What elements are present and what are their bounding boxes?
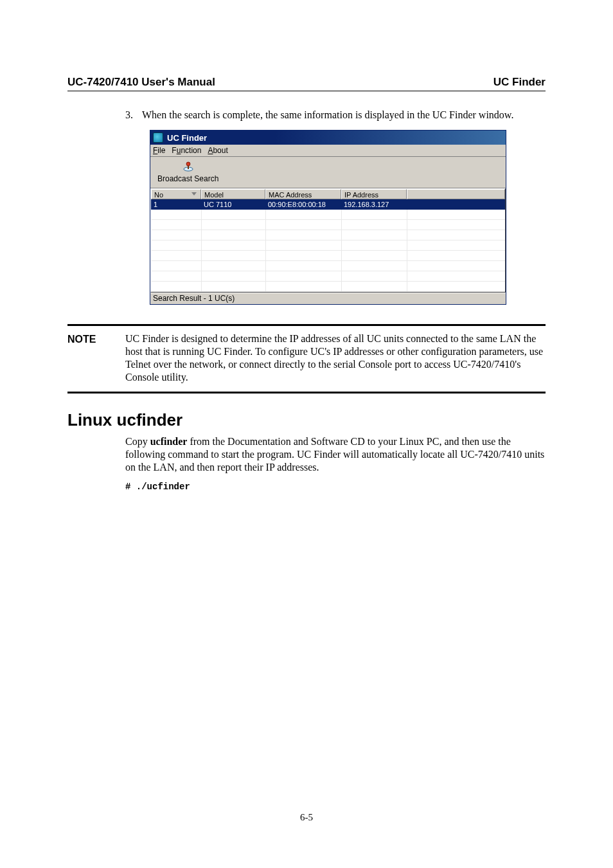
- window-titlebar: UC Finder: [150, 131, 506, 145]
- gridlines: [151, 199, 505, 292]
- menu-about[interactable]: About: [208, 146, 227, 155]
- step-number: 3.: [125, 109, 142, 121]
- ucfinder-window: UC Finder File Function About Broadcast …: [150, 130, 506, 305]
- sort-indicator-icon: [191, 192, 197, 195]
- section-heading: Linux ucfinder: [67, 410, 546, 430]
- window-title: UC Finder: [167, 133, 207, 143]
- page: UC-7420/7410 User's Manual UC Finder 3. …: [0, 0, 613, 868]
- command-line: ./ucfinder: [125, 482, 546, 492]
- cell-ip: 192.168.3.127: [341, 199, 407, 210]
- col-header-mac[interactable]: MAC Address: [265, 189, 341, 199]
- header-right: UC Finder: [493, 76, 546, 89]
- menu-file[interactable]: File: [153, 146, 165, 155]
- col-header-rest: [407, 189, 505, 199]
- step-3: 3. When the search is complete, the same…: [125, 109, 546, 121]
- step-text: When the search is complete, the same in…: [142, 109, 546, 121]
- cell-model: UC 7110: [201, 199, 265, 210]
- section-paragraph: Copy ucfinder from the Documentation and…: [125, 435, 546, 474]
- toolbar: Broadcast Search: [150, 157, 506, 188]
- broadcast-search-button[interactable]: Broadcast Search: [153, 159, 223, 185]
- broadcast-label: Broadcast Search: [157, 174, 218, 183]
- header-left: UC-7420/7410 User's Manual: [67, 76, 215, 89]
- menubar: File Function About: [150, 145, 506, 157]
- running-header: UC-7420/7410 User's Manual UC Finder: [67, 76, 546, 91]
- result-listview[interactable]: No Model MAC Address IP Address 1 UC 711…: [150, 188, 506, 293]
- col-header-ip[interactable]: IP Address: [341, 189, 407, 199]
- listview-body[interactable]: 1 UC 7110 00:90:E8:00:00:18 192.168.3.12…: [151, 199, 505, 292]
- cell-mac: 00:90:E8:00:00:18: [265, 199, 341, 210]
- statusbar: Search Result - 1 UC(s): [150, 293, 506, 304]
- table-row[interactable]: 1 UC 7110 00:90:E8:00:00:18 192.168.3.12…: [151, 199, 505, 210]
- svg-point-1: [186, 162, 190, 166]
- listview-header[interactable]: No Model MAC Address IP Address: [151, 189, 505, 199]
- note-block: NOTE UC Finder is designed to determine …: [67, 324, 546, 393]
- page-number: 6-5: [0, 812, 613, 823]
- menu-function[interactable]: Function: [172, 146, 201, 155]
- col-header-model[interactable]: Model: [201, 189, 265, 199]
- cell-no: 1: [151, 199, 201, 210]
- note-label: NOTE: [67, 332, 125, 384]
- app-icon: [153, 132, 163, 143]
- col-header-no[interactable]: No: [151, 189, 201, 199]
- broadcast-icon: [182, 161, 195, 174]
- note-text: UC Finder is designed to determine the I…: [125, 332, 546, 384]
